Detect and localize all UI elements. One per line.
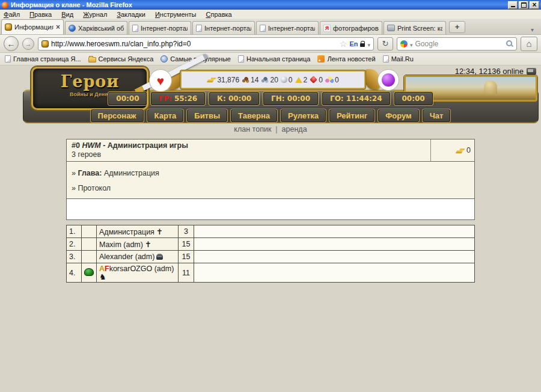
mail-icon[interactable] xyxy=(527,68,536,75)
tab-label: Інтернет-портал "Т... xyxy=(204,25,251,32)
menu-item-5[interactable]: Инструменты xyxy=(155,11,197,18)
tab-1[interactable]: Харківський обласн... xyxy=(65,21,127,34)
sublink-1[interactable]: аренда xyxy=(282,125,307,133)
gold-icon xyxy=(456,148,465,153)
google-icon xyxy=(400,40,408,47)
member-number: 2. xyxy=(67,238,82,251)
health-orb[interactable]: ♥ xyxy=(149,69,172,92)
leader-label: Глава: xyxy=(78,169,102,177)
tab-3[interactable]: Інтернет-портал "Т... xyxy=(192,21,255,34)
timer-3[interactable]: ГН: 00:00 xyxy=(263,92,318,105)
tab-4[interactable]: Інтернет-портал "Т... xyxy=(256,21,319,34)
game-nav-3[interactable]: Таверна xyxy=(231,109,277,122)
menu-item-1[interactable]: Правка xyxy=(29,11,52,18)
reload-button[interactable] xyxy=(377,37,393,51)
clan-description-empty xyxy=(67,199,474,219)
mana-orb[interactable] xyxy=(377,69,399,91)
bookmark-item-3[interactable]: Начальная страница xyxy=(236,55,315,63)
bookmark-item-4[interactable]: Лента новостей xyxy=(315,55,380,63)
lock-icon xyxy=(360,43,365,47)
tab-2[interactable]: Інтернет-портал "Т... xyxy=(129,21,191,34)
folder-icon xyxy=(88,57,96,63)
member-row-3: 4.АFkorsarOZGO (adm)♞11 xyxy=(67,263,475,283)
bookmark-label: Начальная страница xyxy=(246,55,310,63)
game-nav-1[interactable]: Карта xyxy=(147,109,184,122)
restore-button[interactable] xyxy=(519,1,528,9)
urlbar-dropdown-icon[interactable] xyxy=(367,38,370,49)
menu-item-4[interactable]: Закладки xyxy=(117,11,145,18)
search-icon[interactable] xyxy=(506,40,513,47)
game-nav-6[interactable]: Форум xyxy=(378,109,418,122)
bookmarks-toolbar: Главная страница Я...Сервисы ЯндексаСамы… xyxy=(0,53,541,66)
member-name-link[interactable]: korsarOZGO (adm) xyxy=(109,265,174,273)
game-nav-2[interactable]: Битвы xyxy=(187,109,227,122)
timer-value: 00:00 xyxy=(116,94,139,103)
tab-close-icon[interactable] xyxy=(56,23,60,31)
member-number: 1. xyxy=(67,225,82,238)
bookmark-item-0[interactable]: Главная страница Я... xyxy=(2,55,86,63)
cross-icon: ✝ xyxy=(145,240,151,249)
list-all-tabs-icon[interactable] xyxy=(531,23,538,31)
search-icon xyxy=(160,55,168,63)
search-box[interactable]: Google xyxy=(397,37,517,51)
tab-6[interactable]: Print Screen: как сд... xyxy=(384,21,446,34)
url-text[interactable]: http://www.heroeswm.ru/clan_info.php?id=… xyxy=(51,40,337,48)
hwm-icon xyxy=(5,23,12,31)
game-nav-5[interactable]: Рейтинг xyxy=(329,109,374,122)
timer-2[interactable]: К: 00:00 xyxy=(209,92,259,105)
menu-item-3[interactable]: Журнал xyxy=(83,11,107,18)
resource-value: 0 xyxy=(289,76,293,84)
back-button[interactable] xyxy=(4,36,19,51)
member-name-link[interactable]: Администрация xyxy=(99,228,154,236)
clan-header: #0 HWM - Администрация игры 3 героев 0 xyxy=(67,139,474,162)
timer-1[interactable]: ГР: 55:26 xyxy=(151,92,205,105)
bookmark-star-icon[interactable] xyxy=(340,38,347,49)
member-name-link[interactable]: Alexander (adm) xyxy=(99,253,154,261)
bookmark-item-1[interactable]: Сервисы Яндекса xyxy=(86,55,159,63)
protocol-link[interactable]: Протокол xyxy=(78,184,111,192)
bullet: » xyxy=(72,184,76,192)
forward-button[interactable] xyxy=(22,38,34,50)
language-indicator[interactable]: En xyxy=(349,40,358,47)
resources-panel: 31,87614200200 xyxy=(180,70,365,89)
menu-item-2[interactable]: Вид xyxy=(61,11,73,18)
member-extra xyxy=(194,238,475,251)
new-tab-button[interactable]: + xyxy=(449,21,465,33)
timer-0[interactable]: 00:00 xyxy=(108,92,147,105)
bookmark-item-5[interactable]: Mail.Ru xyxy=(381,55,418,63)
search-engine-dropdown-icon[interactable] xyxy=(410,38,413,49)
game-nav-4[interactable]: Рулетка xyxy=(281,109,326,122)
tab-0[interactable]: Информация о кл... xyxy=(1,19,64,34)
member-extra xyxy=(194,225,475,238)
resource-mercury: 0 xyxy=(281,76,293,84)
tab-label: Print Screen: как сд... xyxy=(397,25,442,32)
timer-4[interactable]: ГО: 11:44:24 xyxy=(322,92,390,105)
resource-gems: 0 xyxy=(310,76,323,84)
minimize-button[interactable] xyxy=(508,1,518,9)
game-nav-0[interactable]: Персонаж xyxy=(91,109,144,122)
clan-tag: #0 xyxy=(72,141,80,150)
member-name-link[interactable]: Maxim (adm) xyxy=(99,240,143,249)
window-title: Информация о клане - Mozilla Firefox xyxy=(11,1,508,8)
clan-treasury: 0 xyxy=(430,139,474,161)
site-favicon xyxy=(41,40,49,47)
game-nav-7[interactable]: Чат xyxy=(423,109,451,122)
resource-value: 31,876 xyxy=(217,76,239,84)
page-icon xyxy=(132,25,138,32)
mercury-icon xyxy=(281,76,287,83)
resource-sulfur: 2 xyxy=(295,76,308,84)
sublink-0[interactable]: клан топик xyxy=(234,125,271,133)
game-header-banner: Герои Войны и Денег ♥ 31,87614200200 12:… xyxy=(0,66,541,123)
menu-item-6[interactable]: Справка xyxy=(206,11,232,18)
tab-5[interactable]: Яфотографировать с... xyxy=(320,21,382,34)
url-bar[interactable]: http://www.heroeswm.ru/clan_info.php?id=… xyxy=(38,37,374,51)
home-button[interactable] xyxy=(521,37,537,51)
timer-5[interactable]: 00:00 xyxy=(394,92,433,105)
menu-item-0[interactable]: Файл xyxy=(4,11,20,18)
bookmark-label: Сервисы Яндекса xyxy=(99,55,154,63)
page-icon xyxy=(383,55,389,63)
yandex-icon: Я xyxy=(323,25,331,32)
close-button[interactable] xyxy=(530,1,539,9)
leader-name[interactable]: Администрация xyxy=(104,169,159,177)
search-input[interactable]: Google xyxy=(415,40,503,48)
